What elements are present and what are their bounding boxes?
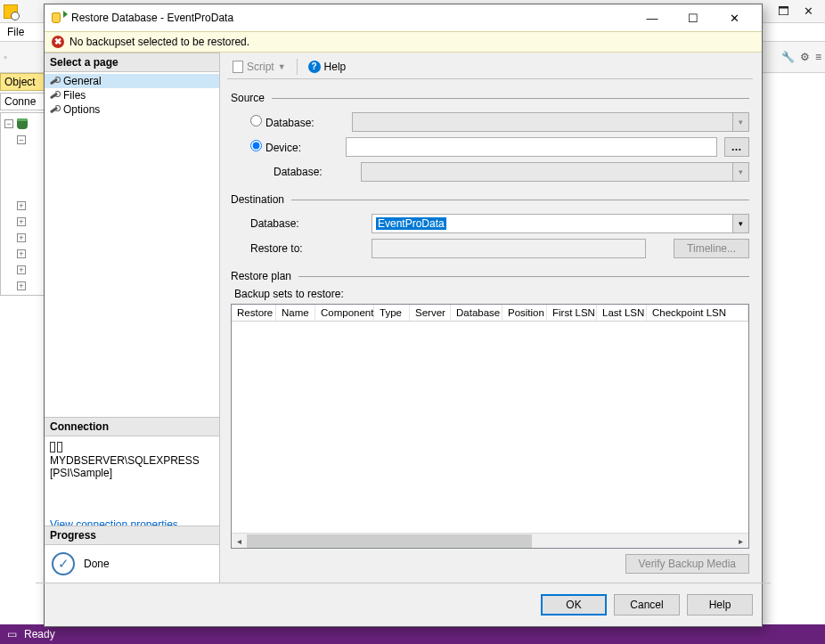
dialog-title: Restore Database - EventProData bbox=[71, 12, 233, 24]
help-icon: ? bbox=[308, 61, 321, 73]
grid-header: Restore Name Component Type Server Datab… bbox=[232, 305, 748, 322]
page-files[interactable]: Files bbox=[45, 88, 219, 102]
error-icon: ✖ bbox=[52, 36, 64, 48]
scroll-thumb[interactable] bbox=[247, 534, 532, 548]
connection-server: MYDBSERVER\SQLEXPRESS bbox=[50, 454, 200, 467]
status-bar: ▭ Ready bbox=[0, 624, 825, 644]
connection-header: Connection bbox=[45, 417, 219, 436]
connection-user: [PSI\Sample] bbox=[50, 467, 112, 479]
wrench-icon bbox=[50, 77, 60, 86]
object-explorer-tab[interactable]: Object bbox=[0, 73, 45, 91]
status-text: Ready bbox=[24, 628, 55, 640]
server-connection-icon bbox=[50, 442, 62, 452]
restore-plan-label: Restore plan bbox=[231, 270, 291, 282]
select-page-header: Select a page bbox=[45, 53, 219, 72]
grid-horizontal-scrollbar[interactable]: ◂ ▸ bbox=[232, 533, 748, 548]
progress-header: Progress bbox=[45, 526, 219, 545]
restore-database-dialog: Restore Database - EventProData — ☐ ✕ ✖ … bbox=[44, 4, 763, 627]
source-sub-database-label: Database: bbox=[274, 166, 354, 178]
restore-to-label: Restore to: bbox=[250, 242, 325, 255]
ssms-icon bbox=[4, 4, 18, 19]
object-tree[interactable]: − − + + + + + + bbox=[0, 112, 45, 296]
wrench-icon bbox=[50, 105, 60, 115]
dest-database-combo[interactable]: EventProData▾ bbox=[372, 214, 749, 233]
radio-database[interactable]: Database: bbox=[250, 115, 314, 129]
page-general[interactable]: General bbox=[45, 74, 219, 88]
connect-panel[interactable]: Conne bbox=[0, 93, 45, 110]
dialog-help-button[interactable]: Help bbox=[687, 594, 753, 615]
restore-db-icon bbox=[52, 11, 66, 25]
dest-database-label: Database: bbox=[250, 217, 325, 230]
radio-device[interactable]: Device: bbox=[250, 140, 301, 154]
server-icon bbox=[17, 118, 28, 129]
page-options[interactable]: Options bbox=[45, 102, 219, 117]
wrench-icon bbox=[50, 91, 60, 101]
help-button[interactable]: ?Help bbox=[303, 59, 352, 75]
verify-backup-media-button: Verify Backup Media bbox=[625, 554, 749, 574]
tool-settings-icon[interactable]: ⚙ bbox=[800, 51, 810, 63]
status-rect-icon: ▭ bbox=[7, 628, 17, 640]
tool-menu-icon[interactable]: ≡ bbox=[815, 51, 821, 63]
backup-sets-grid[interactable]: Restore Name Component Type Server Datab… bbox=[231, 304, 749, 549]
timeline-button: Timeline... bbox=[674, 239, 749, 258]
maximize-button[interactable]: ☐ bbox=[673, 4, 714, 31]
source-database-combo: ▾ bbox=[352, 112, 749, 132]
backup-sets-label: Backup sets to restore: bbox=[234, 288, 749, 300]
bg-restore-icon: 🗖 bbox=[777, 4, 789, 18]
script-button[interactable]: Script▼ bbox=[227, 59, 291, 75]
chevron-down-icon[interactable]: ▾ bbox=[732, 215, 748, 232]
script-icon bbox=[233, 61, 243, 73]
minimize-button[interactable]: — bbox=[632, 4, 673, 31]
progress-text: Done bbox=[84, 558, 110, 570]
destination-group-label: Destination bbox=[231, 193, 284, 206]
source-group-label: Source bbox=[231, 92, 265, 104]
scroll-right-icon[interactable]: ▸ bbox=[733, 534, 748, 549]
chevron-down-icon: ▾ bbox=[732, 163, 748, 181]
menu-file[interactable]: File bbox=[7, 26, 24, 38]
close-button[interactable]: ✕ bbox=[714, 4, 755, 31]
restore-to-input bbox=[372, 239, 646, 258]
ok-button[interactable]: OK bbox=[541, 594, 607, 615]
tool-wrench-icon[interactable]: 🔧 bbox=[781, 51, 795, 63]
scroll-left-icon[interactable]: ◂ bbox=[232, 534, 247, 549]
device-path-input[interactable] bbox=[346, 137, 717, 157]
bg-close-icon: ✕ bbox=[802, 4, 814, 18]
source-sub-database-combo: ▾ bbox=[361, 162, 749, 182]
browse-device-button[interactable]: … bbox=[724, 137, 749, 157]
warning-text: No backupset selected to be restored. bbox=[69, 36, 249, 48]
cancel-button[interactable]: Cancel bbox=[614, 594, 680, 615]
chevron-down-icon: ▾ bbox=[732, 113, 748, 131]
dialog-titlebar[interactable]: Restore Database - EventProData — ☐ ✕ bbox=[45, 4, 762, 31]
warning-bar: ✖ No backupset selected to be restored. bbox=[45, 31, 762, 53]
done-icon: ✓ bbox=[52, 552, 75, 575]
